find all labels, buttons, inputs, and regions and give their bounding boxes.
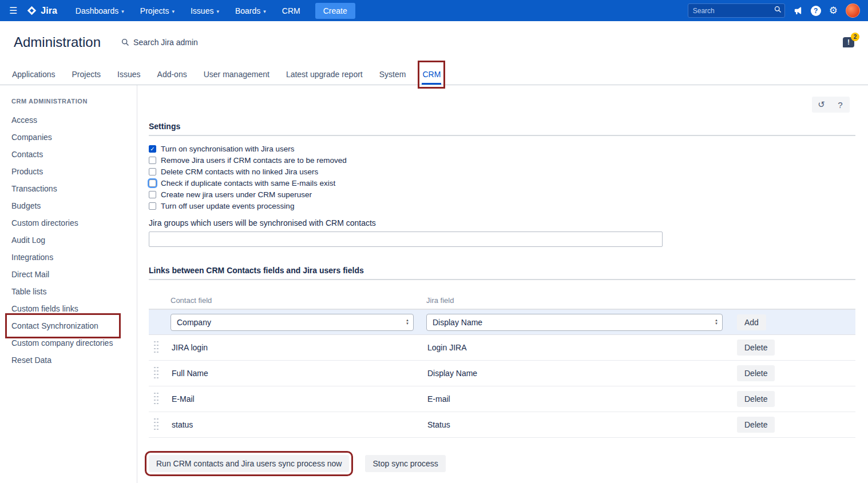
jira-field-select[interactable]: Display Name ▲ ▼ [426,314,723,331]
delete-button[interactable]: Delete [737,340,775,356]
checkbox-check-duplicates[interactable] [149,179,156,187]
tab-latest-upgrade-report[interactable]: Latest upgrade report [286,65,363,85]
sidebar-item-contact-synchronization[interactable]: Contact Synchronization [9,317,117,334]
jira-field-value: E-mail [426,394,735,404]
jira-brand[interactable]: Jira [26,5,57,16]
delete-button[interactable]: Delete [737,391,775,407]
tab-add-ons[interactable]: Add-ons [157,65,188,85]
sidebar-item-products[interactable]: Products [11,163,43,180]
add-link-row: Company ▲ ▼ Display Name ▲ ▼ Add [149,310,855,335]
stop-sync-button[interactable]: Stop sync process [365,455,445,472]
contact-field-select[interactable]: Company ▲ ▼ [171,314,414,331]
nav-boards[interactable]: Boards ▾ [229,0,272,21]
run-sync-button[interactable]: Run CRM contacts and Jira users sync pro… [149,455,349,472]
hamburger-menu-icon[interactable]: ☰ [8,5,22,16]
notifications-icon[interactable]: ! 2 [843,37,854,47]
sidebar-item-budgets[interactable]: Budgets [11,197,41,214]
nav-label: CRM [282,6,300,15]
sidebar-item-reset-data[interactable]: Reset Data [11,352,51,369]
checkbox-label: Turn off user update events processing [161,202,294,210]
select-value: Company [177,318,211,327]
chevron-down-icon: ▾ [172,9,175,14]
table-row: E-Mail E-mail Delete [149,386,855,412]
tab-crm[interactable]: CRM [422,65,441,85]
admin-tabs: Applications Projects Issues Add-ons Use… [0,63,868,85]
checkbox-sync-on[interactable]: ✓ [149,145,156,153]
tab-issues[interactable]: Issues [117,65,141,85]
nav-dashboards[interactable]: Dashboards ▾ [70,0,130,21]
tab-user-management[interactable]: User management [203,65,270,85]
checkbox-turn-off-events[interactable] [149,202,156,210]
select-arrows-icon: ▲ ▼ [406,319,409,325]
help-button[interactable]: ? [831,97,850,113]
sidebar-item-direct-mail[interactable]: Direct Mail [11,266,49,283]
check-icon: ✓ [150,146,154,152]
jira-groups-input[interactable] [149,231,663,247]
tab-system[interactable]: System [379,65,407,85]
sidebar-item-table-lists[interactable]: Table lists [11,283,46,300]
search-icon[interactable] [774,6,782,13]
table-row: status Status Delete [149,412,855,438]
drag-handle-icon[interactable] [153,366,159,381]
add-button[interactable]: Add [737,314,766,330]
tab-applications[interactable]: Applications [11,65,56,85]
top-navigation: ☰ Jira Dashboards ▾ Projects ▾ Issues ▾ … [0,0,868,21]
sidebar-item-integrations[interactable]: Integrations [11,249,53,266]
nav-right-cluster: ? ⚙ [688,3,860,18]
help-icon: ? [838,100,842,110]
announcements-icon[interactable] [793,6,803,15]
refresh-button[interactable]: ↺ [812,97,831,113]
table-row: JIRA login Login JIRA Delete [149,335,855,361]
column-header-contact-field: Contact field [171,296,426,305]
nav-search-wrap [688,3,785,18]
crm-admin-sidebar: CRM ADMINISTRATION Access Companies Cont… [0,85,137,483]
drag-handle-icon[interactable] [153,392,159,406]
admin-search-label: Search Jira admin [133,38,198,47]
tab-projects[interactable]: Projects [72,65,102,85]
jira-field-value: Status [426,420,735,429]
nav-label: Dashboards [76,6,119,15]
sidebar-item-custom-company-directories[interactable]: Custom company directories [11,334,113,352]
divider [149,135,855,136]
table-header-row: Contact field Jira field [149,292,855,310]
avatar[interactable] [846,3,860,18]
checkbox-create-users[interactable] [149,191,156,198]
delete-button[interactable]: Delete [737,365,775,381]
nav-label: Issues [191,6,213,15]
nav-issues[interactable]: Issues ▾ [185,0,225,21]
checkbox-delete-contacts[interactable] [149,168,156,175]
nav-label: Boards [235,6,260,15]
delete-cell: Delete [735,365,855,381]
checkbox-row-turn-off-events: Turn off user update events processing [149,200,855,211]
drag-handle-icon[interactable] [153,340,159,355]
delete-cell: Delete [735,417,855,433]
sidebar-item-custom-fields-links[interactable]: Custom fields links [11,300,78,317]
sidebar-item-custom-directories[interactable]: Custom directories [11,214,78,231]
select-arrows-icon: ▲ ▼ [715,319,718,325]
delete-button[interactable]: Delete [737,417,775,433]
gear-icon[interactable]: ⚙ [829,6,838,15]
nav-crm[interactable]: CRM [276,0,306,21]
nav-projects[interactable]: Projects ▾ [134,0,180,21]
sidebar-item-contacts[interactable]: Contacts [11,146,43,163]
drag-handle-icon[interactable] [153,417,159,432]
jira-groups-label: Jira groups which users will be synchron… [149,218,855,227]
sidebar-item-transactions[interactable]: Transactions [11,180,57,197]
main-content: ↺ ? Settings ✓ Turn on synchronisation w… [137,85,868,483]
create-button[interactable]: Create [315,3,355,19]
refresh-icon: ↺ [818,99,825,110]
jira-field-value: Display Name [426,369,735,378]
checkbox-remove-users[interactable] [149,157,156,164]
admin-search[interactable]: Search Jira admin [121,38,198,47]
sidebar-item-access[interactable]: Access [11,111,37,129]
nav-search-input[interactable] [688,3,785,18]
checkbox-label: Check if duplicate contacts with same E-… [161,179,335,187]
sidebar-item-audit-log[interactable]: Audit Log [11,231,45,249]
chevron-down-icon: ▾ [263,9,266,14]
column-header-jira-field: Jira field [426,296,735,305]
sidebar-item-companies[interactable]: Companies [11,129,52,146]
content-layout: CRM ADMINISTRATION Access Companies Cont… [0,85,868,483]
help-icon[interactable]: ? [811,6,821,16]
bottom-actions: Run CRM contacts and Jira users sync pro… [149,455,855,472]
notification-badge: 2 [851,33,859,41]
